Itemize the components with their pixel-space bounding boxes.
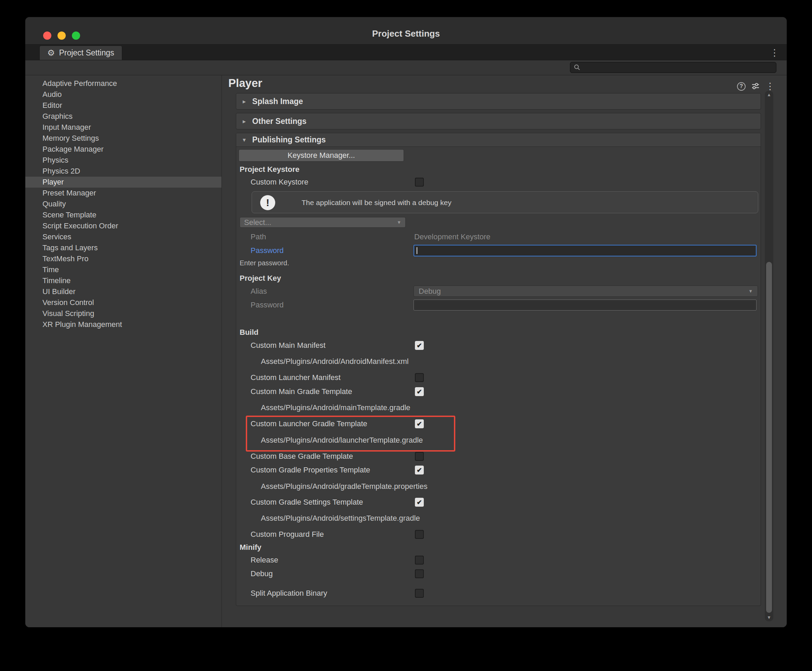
custom-keystore-label: Custom Keystore xyxy=(250,178,308,187)
custom-proguard-label: Custom Proguard File xyxy=(250,530,324,539)
minify-release-row: Release xyxy=(236,555,761,565)
gradle-properties-path-row: Assets/Plugins/Android/gradleTemplate.pr… xyxy=(236,481,761,492)
check-icon: ✔ xyxy=(417,466,422,474)
dropdown-value: Select... xyxy=(244,218,271,227)
sidebar-item-player[interactable]: Player xyxy=(26,177,221,187)
search-input[interactable] xyxy=(570,62,776,73)
section-label: Other Settings xyxy=(252,117,306,126)
scroll-up-icon[interactable]: ▲ xyxy=(765,92,773,97)
section-label: Splash Image xyxy=(252,97,303,106)
custom-base-gradle-label: Custom Base Gradle Template xyxy=(250,452,353,461)
custom-main-gradle-label: Custom Main Gradle Template xyxy=(250,387,352,396)
custom-main-gradle-row: Custom Main Gradle Template ✔ xyxy=(236,386,761,397)
tab-strip-menu-icon[interactable]: ⋮ xyxy=(770,47,779,58)
sidebar-item-services[interactable]: Services xyxy=(26,232,221,242)
check-icon: ✔ xyxy=(417,388,422,396)
sidebar-item-physics[interactable]: Physics xyxy=(26,155,221,166)
main-gradle-path-row: Assets/Plugins/Android/mainTemplate.grad… xyxy=(236,402,761,413)
sidebar-item-script-execution-order[interactable]: Script Execution Order xyxy=(26,220,221,232)
path-label: Path xyxy=(250,232,266,241)
window-title: Project Settings xyxy=(372,22,440,39)
sidebar-item-visual-scripting[interactable]: Visual Scripting xyxy=(26,308,221,319)
titlebar[interactable]: Project Settings xyxy=(26,17,786,44)
key-password-label: Password xyxy=(250,301,284,310)
custom-gradle-properties-label: Custom Gradle Properties Template xyxy=(250,466,370,475)
custom-launcher-manifest-row: Custom Launcher Manifest xyxy=(236,372,761,383)
sidebar-item-xr-plugin-management[interactable]: XR Plugin Management xyxy=(26,319,221,330)
split-application-binary-checkbox[interactable] xyxy=(415,589,424,598)
publishing-settings-header[interactable]: ▼ Publishing Settings xyxy=(236,133,761,147)
custom-keystore-checkbox[interactable] xyxy=(415,178,424,187)
sidebar-item-audio[interactable]: Audio xyxy=(26,89,221,100)
custom-main-manifest-row: Custom Main Manifest ✔ xyxy=(236,340,761,351)
scroll-down-icon[interactable]: ▼ xyxy=(765,615,773,620)
sidebar-item-tags-and-layers[interactable]: Tags and Layers xyxy=(26,242,221,253)
keystore-password-label: Password xyxy=(250,246,284,255)
section-other-settings[interactable]: ► Other Settings xyxy=(236,113,761,129)
custom-base-gradle-checkbox[interactable] xyxy=(415,452,424,461)
custom-launcher-manifest-checkbox[interactable] xyxy=(415,373,424,382)
debug-key-warning: ! The application will be signed with a … xyxy=(252,191,758,213)
launcher-gradle-path-row: Assets/Plugins/Android/launcherTemplate.… xyxy=(236,435,761,446)
sidebar-item-editor[interactable]: Editor xyxy=(26,100,221,111)
preset-sliders-icon[interactable] xyxy=(751,82,760,91)
split-application-binary-row: Split Application Binary xyxy=(236,588,761,599)
sidebar-item-quality[interactable]: Quality xyxy=(26,199,221,209)
custom-gradle-settings-label: Custom Gradle Settings Template xyxy=(250,498,363,507)
build-header: Build xyxy=(236,327,761,338)
custom-gradle-settings-checkbox[interactable]: ✔ xyxy=(415,498,424,507)
chevron-down-icon: ▼ xyxy=(748,289,753,294)
check-icon: ✔ xyxy=(417,499,422,506)
minimize-button[interactable] xyxy=(58,31,66,40)
close-button[interactable] xyxy=(43,31,51,40)
gradle-settings-path-row: Assets/Plugins/Android/settingsTemplate.… xyxy=(236,513,761,524)
settings-category-list: Adaptive Performance Audio Editor Graphi… xyxy=(26,75,222,627)
main-manifest-path-row: Assets/Plugins/Android/AndroidManifest.x… xyxy=(236,356,761,367)
keystore-manager-button[interactable]: Keystore Manager... xyxy=(238,149,404,162)
custom-main-manifest-checkbox[interactable]: ✔ xyxy=(415,341,424,350)
keystore-select-dropdown[interactable]: Select... ▼ xyxy=(240,217,406,228)
minify-release-label: Release xyxy=(250,556,278,565)
tab-strip: ⚙ Project Settings ⋮ xyxy=(26,44,786,60)
tab-project-settings[interactable]: ⚙ Project Settings xyxy=(39,46,122,60)
alias-dropdown[interactable]: Debug ▼ xyxy=(414,286,758,297)
section-splash-image[interactable]: ► Splash Image xyxy=(236,93,761,109)
sidebar-item-input-manager[interactable]: Input Manager xyxy=(26,122,221,133)
panel-toolbar: ? ⋮ xyxy=(737,81,775,92)
custom-main-manifest-label: Custom Main Manifest xyxy=(250,341,325,350)
scrollbar-thumb[interactable] xyxy=(766,262,772,613)
custom-main-gradle-checkbox[interactable]: ✔ xyxy=(415,387,424,396)
sidebar-item-time[interactable]: Time xyxy=(26,264,221,275)
chevron-down-icon: ▼ xyxy=(242,137,247,143)
custom-gradle-properties-row: Custom Gradle Properties Template ✔ xyxy=(236,465,761,475)
sidebar-item-ui-builder[interactable]: UI Builder xyxy=(26,286,221,297)
sidebar-item-memory-settings[interactable]: Memory Settings xyxy=(26,133,221,144)
sidebar-item-adaptive-performance[interactable]: Adaptive Performance xyxy=(26,78,221,89)
custom-gradle-properties-checkbox[interactable]: ✔ xyxy=(415,466,424,475)
custom-launcher-gradle-checkbox[interactable]: ✔ xyxy=(415,419,424,428)
minify-debug-checkbox[interactable] xyxy=(415,569,424,578)
custom-proguard-checkbox[interactable] xyxy=(415,530,424,539)
keystore-password-input[interactable] xyxy=(414,245,757,256)
minify-release-checkbox[interactable] xyxy=(415,556,424,565)
sidebar-item-version-control[interactable]: Version Control xyxy=(26,297,221,308)
path-value: Development Keystore xyxy=(414,232,490,241)
key-password-input[interactable] xyxy=(414,300,757,310)
sidebar-item-physics-2d[interactable]: Physics 2D xyxy=(26,166,221,177)
keystore-password-row: Password xyxy=(236,244,761,257)
sidebar-item-preset-manager[interactable]: Preset Manager xyxy=(26,187,221,199)
gear-icon: ⚙ xyxy=(47,48,55,58)
custom-launcher-gradle-label: Custom Launcher Gradle Template xyxy=(250,419,367,428)
vertical-scrollbar[interactable]: ▲ ▼ xyxy=(765,91,773,622)
gradle-settings-path: Assets/Plugins/Android/settingsTemplate.… xyxy=(261,514,420,523)
panel-menu-icon[interactable]: ⋮ xyxy=(766,81,775,92)
help-icon[interactable]: ? xyxy=(737,82,746,91)
sidebar-item-textmesh-pro[interactable]: TextMesh Pro xyxy=(26,253,221,264)
sidebar-item-graphics[interactable]: Graphics xyxy=(26,111,221,122)
tab-label: Project Settings xyxy=(59,48,114,58)
sidebar-item-timeline[interactable]: Timeline xyxy=(26,275,221,286)
zoom-button[interactable] xyxy=(72,31,80,40)
sidebar-item-package-manager[interactable]: Package Manager xyxy=(26,144,221,155)
sidebar-item-scene-template[interactable]: Scene Template xyxy=(26,209,221,220)
minify-header: Minify xyxy=(236,542,761,553)
